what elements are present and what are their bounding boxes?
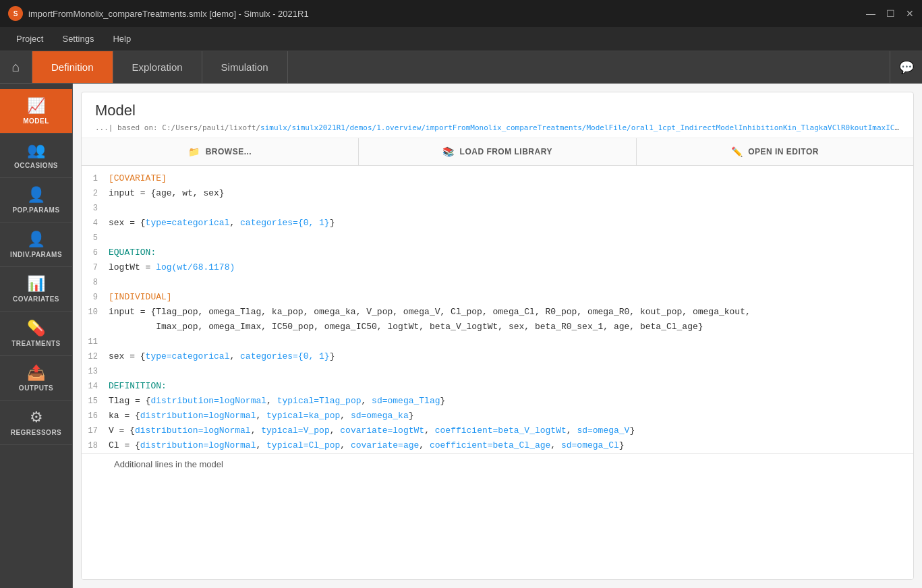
code-line: 5 (82, 231, 913, 245)
code-line: 3 (82, 201, 913, 216)
code-line: 18 Cl = {distribution=logNormal, typical… (82, 438, 913, 453)
home-button[interactable]: ⌂ (0, 51, 32, 83)
code-line: 8 (82, 275, 913, 290)
sidebar-label-occasions: OCCASIONS (14, 162, 58, 169)
code-editor[interactable]: 1 [COVARIATE] 2 input = {age, wt, sex} 3… (82, 166, 913, 579)
pop-params-icon: 👤 (27, 186, 45, 204)
model-header: Model ...| based on: C:/Users/pauli/lixo… (82, 92, 913, 138)
chat-icon[interactable]: 💬 (890, 51, 922, 83)
sidebar-item-pop-params[interactable]: 👤 POP.PARAMS (0, 178, 72, 223)
code-line: 2 input = {age, wt, sex} (82, 186, 913, 201)
load-library-label: LOAD FROM LIBRARY (460, 147, 552, 156)
main-layout: 📈 MODEL 👥 OCCASIONS 👤 POP.PARAMS 👤 INDIV… (0, 84, 922, 588)
sidebar-label-regressors: REGRESSORS (11, 429, 62, 436)
outputs-icon: 📤 (27, 364, 45, 382)
sidebar-label-pop-params: POP.PARAMS (12, 206, 59, 214)
sidebar: 📈 MODEL 👥 OCCASIONS 👤 POP.PARAMS 👤 INDIV… (0, 84, 73, 588)
menubar: Project Settings Help (0, 27, 922, 51)
sidebar-item-treatments[interactable]: 💊 TREATMENTS (0, 312, 72, 356)
editor-icon: ✏️ (731, 146, 743, 157)
code-line: 12 sex = {type=categorical, categories={… (82, 349, 913, 364)
title-text: importFromMonolix_compareTreatments.smlx… (28, 9, 866, 19)
home-icon: ⌂ (11, 59, 20, 75)
window-controls[interactable]: — ☐ ✕ (866, 8, 914, 19)
sidebar-label-covariates: COVARIATES (13, 295, 59, 303)
code-line: 17 V = {distribution=logNormal, typical=… (82, 423, 913, 438)
treatments-icon: 💊 (27, 320, 45, 337)
occasions-icon: 👥 (27, 142, 45, 159)
library-icon: 📚 (442, 146, 455, 157)
code-line: 1 [COVARIATE] (82, 171, 913, 186)
model-path: ...| based on: C:/Users/pauli/lixoft/sim… (95, 123, 900, 132)
tab-definition[interactable]: Definition (32, 51, 113, 83)
titlebar: S importFromMonolix_compareTreatments.sm… (0, 0, 922, 27)
code-line: 4 sex = {type=categorical, categories={0… (82, 216, 913, 231)
open-editor-button[interactable]: ✏️ OPEN IN EDITOR (637, 138, 913, 165)
code-line: 11 (82, 334, 913, 349)
code-line: 14 DEFINITION: (82, 379, 913, 394)
content-area: Model ...| based on: C:/Users/pauli/lixo… (73, 84, 922, 588)
tab-exploration[interactable]: Exploration (113, 51, 202, 83)
navtabs: ⌂ Definition Exploration Simulation 💬 (0, 51, 922, 84)
code-line: 15 Tlag = {distribution=logNormal, typic… (82, 394, 913, 409)
sidebar-item-regressors[interactable]: ⚙ REGRESSORS (0, 401, 72, 445)
open-editor-label: OPEN IN EDITOR (748, 147, 819, 156)
sidebar-item-model[interactable]: 📈 MODEL (0, 89, 72, 134)
covariates-icon: 📊 (27, 275, 45, 293)
sidebar-item-indiv-params[interactable]: 👤 INDIV.PARAMS (0, 223, 72, 267)
sidebar-item-outputs[interactable]: 📤 OUTPUTS (0, 356, 72, 401)
menu-project[interactable]: Project (8, 31, 51, 47)
code-line: 10 input = {Tlag_pop, omega_Tlag, ka_pop… (82, 305, 913, 320)
code-line: 7 logtWt = log(wt/68.1178) (82, 260, 913, 275)
code-line: 6 EQUATION: (82, 245, 913, 260)
code-line: 13 (82, 364, 913, 379)
model-icon: 📈 (27, 97, 45, 115)
menu-help[interactable]: Help (105, 31, 139, 47)
minimize-button[interactable]: — (866, 8, 875, 19)
path-link: simulx/simulx2021R1/demos/1.overview/imp… (260, 123, 900, 132)
browse-label: BROWSE... (206, 147, 252, 156)
sidebar-label-indiv-params: INDIV.PARAMS (10, 251, 62, 258)
menu-settings[interactable]: Settings (54, 31, 102, 47)
sidebar-label-outputs: OUTPUTS (19, 384, 53, 392)
regressors-icon: ⚙ (30, 409, 43, 426)
indiv-params-icon: 👤 (27, 231, 45, 248)
sidebar-label-model: MODEL (23, 117, 49, 125)
model-toolbar: 📁 BROWSE... 📚 LOAD FROM LIBRARY ✏️ OPEN … (82, 138, 913, 166)
browse-icon: 📁 (188, 146, 200, 157)
app-icon: S (8, 6, 23, 21)
additional-lines-notice: Additional lines in the model (82, 453, 913, 475)
sidebar-label-treatments: TREATMENTS (11, 340, 61, 347)
code-line: 16 ka = {distribution=logNormal, typical… (82, 409, 913, 423)
tab-simulation[interactable]: Simulation (202, 51, 288, 83)
model-title: Model (95, 102, 900, 119)
code-line: 9 [INDIVIDUAL] (82, 290, 913, 305)
model-panel: Model ...| based on: C:/Users/pauli/lixo… (81, 92, 914, 580)
maximize-button[interactable]: ☐ (886, 8, 895, 19)
code-line: Imax_pop, omega_Imax, IC50_pop, omega_IC… (82, 320, 913, 334)
path-prefix: ...| based on: C:/Users/pauli/lixoft/ (95, 123, 260, 132)
sidebar-item-covariates[interactable]: 📊 COVARIATES (0, 267, 72, 312)
sidebar-item-occasions[interactable]: 👥 OCCASIONS (0, 134, 72, 178)
browse-button[interactable]: 📁 BROWSE... (82, 138, 359, 165)
close-button[interactable]: ✕ (906, 8, 914, 19)
load-library-button[interactable]: 📚 LOAD FROM LIBRARY (359, 138, 636, 165)
